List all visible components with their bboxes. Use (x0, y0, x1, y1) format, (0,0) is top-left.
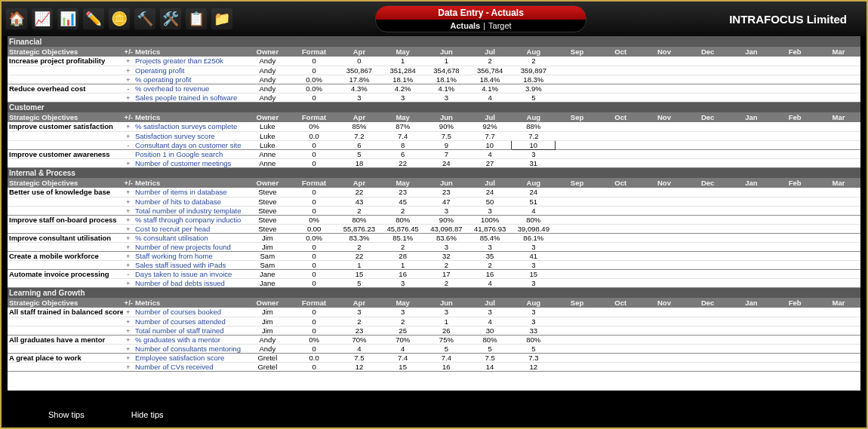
value-cell[interactable] (730, 353, 774, 362)
folder-icon[interactable]: 📁 (211, 8, 232, 29)
value-cell[interactable] (686, 140, 730, 149)
value-cell[interactable]: 5 (512, 344, 556, 353)
value-cell[interactable] (599, 335, 642, 344)
value-cell[interactable]: 18 (337, 158, 381, 167)
value-cell[interactable]: 85.1% (381, 233, 425, 242)
value-cell[interactable] (686, 233, 730, 242)
value-cell[interactable] (599, 242, 642, 251)
value-cell[interactable] (730, 215, 774, 224)
value-cell[interactable]: 5 (337, 278, 381, 287)
metric-name[interactable]: Sales people trained in software (134, 93, 244, 102)
value-cell[interactable] (599, 188, 642, 197)
value-cell[interactable] (642, 215, 686, 224)
value-cell[interactable]: 7.4 (381, 131, 425, 140)
value-cell[interactable]: 3 (381, 308, 425, 317)
value-cell[interactable] (773, 233, 817, 242)
value-cell[interactable]: 2 (512, 57, 556, 66)
value-cell[interactable]: 0 (337, 57, 381, 66)
value-cell[interactable]: 80% (468, 335, 512, 344)
value-cell[interactable] (556, 197, 599, 206)
value-cell[interactable] (730, 197, 774, 206)
chart-icon[interactable]: 📈 (32, 8, 53, 29)
value-cell[interactable] (642, 362, 686, 371)
value-cell[interactable]: 80% (381, 215, 425, 224)
value-cell[interactable]: 51 (512, 197, 556, 206)
value-cell[interactable] (686, 149, 730, 158)
value-cell[interactable] (817, 326, 860, 335)
value-cell[interactable]: 3 (512, 149, 556, 158)
value-cell[interactable] (730, 131, 774, 140)
value-cell[interactable] (599, 317, 642, 326)
value-cell[interactable] (642, 188, 686, 197)
metric-name[interactable]: Number of customer meetings (134, 158, 244, 167)
value-cell[interactable] (599, 260, 642, 269)
value-cell[interactable]: 3 (337, 308, 381, 317)
value-cell[interactable]: 3 (468, 308, 512, 317)
hide-tips-button[interactable]: Hide tips (115, 406, 180, 423)
value-cell[interactable] (642, 317, 686, 326)
value-cell[interactable]: 4 (468, 317, 512, 326)
value-cell[interactable] (817, 57, 860, 66)
value-cell[interactable]: 83.3% (337, 233, 381, 242)
value-cell[interactable] (686, 278, 730, 287)
value-cell[interactable]: 2 (337, 206, 381, 215)
value-cell[interactable]: 43,098.87 (425, 224, 469, 233)
value-cell[interactable] (599, 362, 642, 371)
value-cell[interactable]: 43 (337, 197, 381, 206)
value-cell[interactable]: 6 (381, 149, 425, 158)
value-cell[interactable] (817, 269, 860, 278)
value-cell[interactable] (642, 206, 686, 215)
value-cell[interactable] (642, 224, 686, 233)
value-cell[interactable] (556, 215, 599, 224)
value-cell[interactable] (642, 93, 686, 102)
value-cell[interactable]: 351,284 (381, 66, 425, 75)
value-cell[interactable] (556, 317, 599, 326)
value-cell[interactable] (686, 75, 730, 84)
value-cell[interactable] (642, 66, 686, 75)
value-cell[interactable] (686, 93, 730, 102)
value-cell[interactable] (773, 242, 817, 251)
value-cell[interactable] (817, 308, 860, 317)
value-cell[interactable] (556, 326, 599, 335)
value-cell[interactable]: 3 (512, 260, 556, 269)
value-cell[interactable]: 22 (337, 251, 381, 260)
value-cell[interactable] (642, 75, 686, 84)
value-cell[interactable]: 25 (381, 326, 425, 335)
tab-target[interactable]: Target (488, 21, 512, 30)
value-cell[interactable]: 35 (468, 251, 512, 260)
value-cell[interactable]: 86.1% (512, 233, 556, 242)
value-cell[interactable]: 2 (381, 317, 425, 326)
value-cell[interactable]: 5 (425, 344, 469, 353)
value-cell[interactable]: 4 (337, 344, 381, 353)
value-cell[interactable] (773, 197, 817, 206)
value-cell[interactable]: 3 (425, 242, 469, 251)
value-cell[interactable] (817, 335, 860, 344)
value-cell[interactable] (773, 251, 817, 260)
value-cell[interactable]: 22 (337, 188, 381, 197)
value-cell[interactable] (730, 122, 774, 131)
value-cell[interactable]: 3 (425, 308, 469, 317)
value-cell[interactable] (642, 242, 686, 251)
value-cell[interactable] (730, 224, 774, 233)
value-cell[interactable] (556, 149, 599, 158)
value-cell[interactable] (599, 344, 642, 353)
value-cell[interactable] (556, 206, 599, 215)
value-cell[interactable]: 90% (425, 122, 469, 131)
coins-icon[interactable]: 🪙 (109, 8, 130, 29)
value-cell[interactable]: 16 (381, 269, 425, 278)
value-cell[interactable] (773, 362, 817, 371)
value-cell[interactable] (642, 335, 686, 344)
metric-name[interactable]: Employee satisfaction score (134, 353, 244, 362)
value-cell[interactable]: 92% (468, 122, 512, 131)
value-cell[interactable]: 7.7 (468, 131, 512, 140)
value-cell[interactable]: 7 (425, 149, 469, 158)
value-cell[interactable] (686, 269, 730, 278)
value-cell[interactable] (642, 57, 686, 66)
value-cell[interactable] (556, 242, 599, 251)
value-cell[interactable]: 80% (512, 215, 556, 224)
metric-name[interactable]: Consultant days on customer site (134, 140, 244, 149)
hammer-icon[interactable]: 🔨 (134, 8, 155, 29)
value-cell[interactable]: 2 (337, 242, 381, 251)
value-cell[interactable]: 359,897 (512, 66, 556, 75)
tab-actuals[interactable]: Actuals (450, 21, 480, 30)
